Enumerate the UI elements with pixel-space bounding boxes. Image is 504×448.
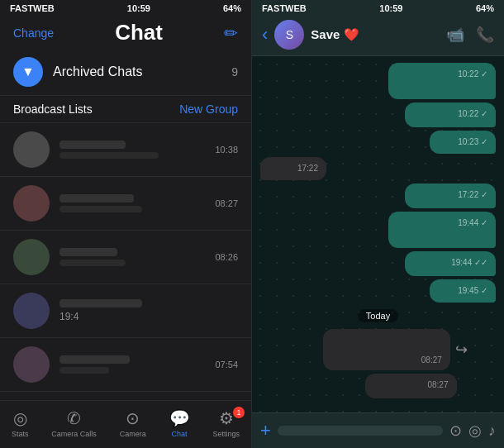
msg-bubble: 19:44 ✓ xyxy=(388,212,496,248)
chat-time: 07:54 xyxy=(215,360,238,369)
archived-label: Archived Chats xyxy=(53,64,231,79)
msg-bubble: 17:22 ✓ xyxy=(405,183,496,208)
list-item[interactable]: 07:54 xyxy=(0,338,251,392)
mic-icon[interactable]: ♪ xyxy=(488,422,496,440)
video-call-icon[interactable]: 📹 xyxy=(446,26,464,44)
nav-label-chat: Chat xyxy=(172,430,188,438)
nav-item-camera[interactable]: ⊙ Camera xyxy=(120,408,146,438)
chat-time: 08:27 xyxy=(215,198,238,208)
battery-right: 64% xyxy=(476,3,494,13)
nav-label-settings: Settings xyxy=(212,430,240,438)
avatar xyxy=(13,239,50,275)
settings-icon: ⚙ xyxy=(219,408,234,428)
right-panel: FASTWEB 10:59 64% ‹ S Save ❤️ 📹 📞 10:22 … xyxy=(252,0,504,448)
list-item[interactable]: 08:26 xyxy=(0,231,251,284)
carrier-left: FASTWEB xyxy=(10,3,55,13)
status-bar-left: FASTWEB 10:59 64% xyxy=(0,0,251,13)
avatar xyxy=(13,131,50,168)
nav-item-settings[interactable]: ⚙ 1 Settings xyxy=(212,408,240,438)
calls-icon: ✆ xyxy=(67,408,81,428)
msg-time: 10:22 ✓ xyxy=(413,109,487,118)
nav-item-calls[interactable]: ✆ Camera Calls xyxy=(51,408,97,438)
forwarded-bubble-2: 08:27 xyxy=(365,374,457,398)
chat-input-bar: + ⊙ ◎ ♪ xyxy=(252,412,504,448)
voice-call-icon[interactable]: 📞 xyxy=(476,26,494,44)
msg-bubble: 17:22 xyxy=(260,157,326,180)
chat-name xyxy=(59,141,126,149)
sticker-icon[interactable]: ⊙ xyxy=(449,422,462,440)
chat-time: 08:26 xyxy=(215,252,238,262)
list-item[interactable]: 10:38 xyxy=(0,123,251,177)
msg-time: 19:45 ✓ xyxy=(438,286,487,295)
chat-messages: 10:22 ✓ 10:22 ✓ 10:23 ✓ 17:22 17:22 ✓ xyxy=(252,56,504,412)
bottom-nav: ◎ Stats ✆ Camera Calls ⊙ Camera 💬 Chat ⚙… xyxy=(0,400,251,448)
msg-time: 19:44 ✓✓ xyxy=(413,258,487,267)
status-bar-right: FASTWEB 10:59 64% xyxy=(252,0,504,13)
list-item[interactable]: 19:4 xyxy=(0,284,251,338)
chat-time: 10:38 xyxy=(215,145,238,155)
nav-label-stats: Stats xyxy=(12,430,29,438)
battery-left: 64% xyxy=(223,3,241,13)
msg-time: 17:22 xyxy=(269,164,318,173)
chat-header: ‹ S Save ❤️ 📹 📞 xyxy=(252,13,504,56)
archived-count: 9 xyxy=(231,65,238,79)
nav-item-stats[interactable]: ◎ Stats xyxy=(12,408,29,438)
contact-info: Save ❤️ xyxy=(311,27,440,42)
msg-bubble: 19:45 ✓ xyxy=(430,279,496,303)
add-attachment-icon[interactable]: + xyxy=(260,420,271,441)
archived-chats-row[interactable]: ▼ Archived Chats 9 xyxy=(0,49,251,96)
archive-icon: ▼ xyxy=(13,57,43,87)
nav-label-camera: Camera xyxy=(120,430,146,438)
settings-badge: 1 xyxy=(233,407,245,418)
broadcast-new-row: Broadcast Lists New Group xyxy=(0,96,251,123)
chat-nav-icon: 💬 xyxy=(169,408,190,428)
msg-bubble: 10:22 ✓ xyxy=(405,102,496,127)
broadcast-label[interactable]: Broadcast Lists xyxy=(13,102,93,116)
forward-icon: ↪ xyxy=(455,341,468,359)
day-divider: Today xyxy=(358,309,398,322)
avatar xyxy=(13,293,50,329)
time-right: 10:59 xyxy=(379,3,402,13)
msg-time: 10:23 ✓ xyxy=(438,137,487,146)
new-group-button[interactable]: New Group xyxy=(179,102,238,116)
left-header: Change Chat ✏ xyxy=(0,13,251,49)
camera-input-icon[interactable]: ◎ xyxy=(468,422,482,440)
msg-time: 17:22 ✓ xyxy=(413,190,487,199)
change-button[interactable]: Change xyxy=(13,26,54,40)
list-item[interactable]: 08:27 xyxy=(0,177,251,231)
chat-title: Chat xyxy=(115,20,163,45)
nav-item-chat[interactable]: 💬 Chat xyxy=(169,408,190,438)
stats-icon: ◎ xyxy=(13,408,27,428)
msg-time: 10:22 ✓ xyxy=(397,69,487,79)
camera-nav-icon: ⊙ xyxy=(126,408,140,428)
forwarded-bubble: 08:27 xyxy=(323,329,450,370)
back-button[interactable]: ‹ xyxy=(262,24,268,45)
msg-time: 19:44 ✓ xyxy=(397,218,487,227)
contact-name[interactable]: Save ❤️ xyxy=(311,27,440,42)
msg-bubble: 10:22 ✓ xyxy=(388,63,496,99)
contact-avatar: S xyxy=(274,20,304,50)
time-left: 10:59 xyxy=(127,3,150,13)
avatar xyxy=(13,346,50,383)
message-input[interactable] xyxy=(278,426,443,436)
avatar xyxy=(13,185,50,222)
header-actions: 📹 📞 xyxy=(446,26,494,44)
carrier-right: FASTWEB xyxy=(262,3,307,13)
chat-preview xyxy=(59,152,159,159)
compose-icon[interactable]: ✏ xyxy=(224,23,238,43)
nav-label-calls: Camera Calls xyxy=(51,430,97,438)
msg-bubble: 10:23 ✓ xyxy=(430,131,496,154)
left-panel: FASTWEB 10:59 64% Change Chat ✏ ▼ Archiv… xyxy=(0,0,252,448)
msg-bubble: 19:44 ✓✓ xyxy=(405,251,496,276)
chat-list: 10:38 08:27 08:26 19:4 xyxy=(0,123,251,400)
list-item[interactable]: Saturday xyxy=(0,392,251,400)
